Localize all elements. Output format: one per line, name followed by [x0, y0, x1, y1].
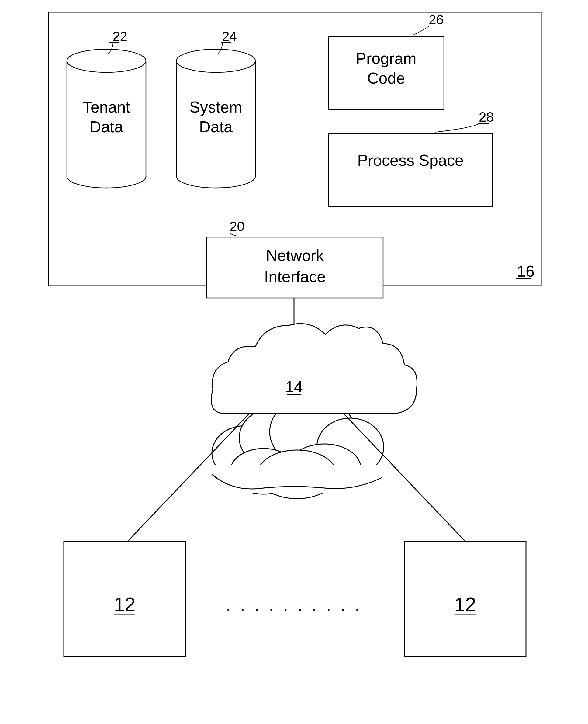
tenant-label: 22	[112, 29, 127, 44]
network-interface-label: 20	[230, 219, 245, 234]
system-label: 24	[222, 29, 237, 44]
program-code-label: Program	[356, 49, 416, 67]
dots-label: . . . . . . . . . .	[226, 596, 362, 615]
svg-point-5	[176, 49, 255, 73]
network-interface-text2: Interface	[264, 268, 326, 286]
tenant-data-label: Tenant	[83, 98, 130, 116]
cloud-main	[211, 324, 417, 414]
network-interface-text: Network	[266, 247, 324, 264]
system-data-label: System	[189, 98, 242, 116]
process-label: 28	[479, 109, 494, 124]
svg-rect-17	[212, 465, 382, 493]
right-client-label: 12	[454, 594, 476, 616]
left-client-label: 12	[114, 594, 135, 616]
cloud-label: 14	[285, 378, 303, 396]
process-space-box	[328, 134, 492, 207]
process-space-label: Process Space	[357, 151, 464, 169]
svg-point-2	[67, 49, 146, 73]
tenant-data-label2: Data	[90, 118, 123, 136]
server-label: 16	[517, 263, 534, 280]
diagram-container: 16 22 Tenant Data 24 System Data 26	[0, 0, 588, 724]
network-interface-box	[207, 237, 383, 298]
program-label: 26	[429, 12, 444, 27]
system-data-label2: Data	[199, 118, 233, 136]
program-code-label2: Code	[367, 69, 405, 87]
